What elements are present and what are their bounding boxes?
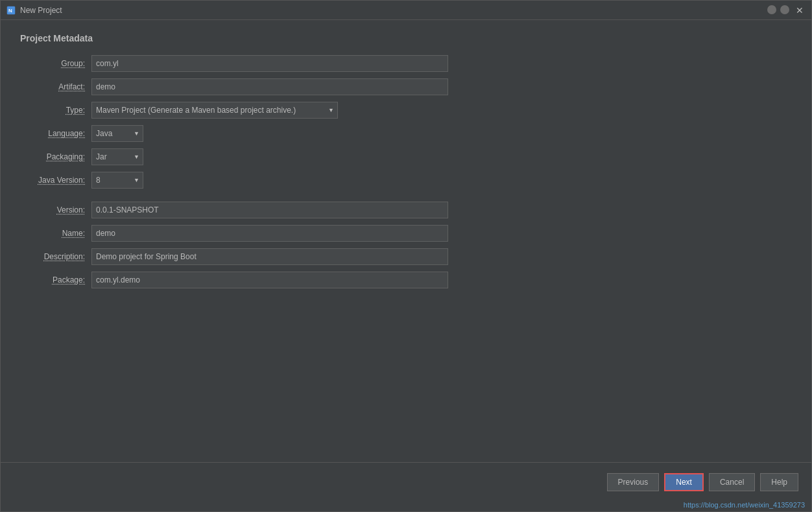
java-version-row: Java Version: 8 11 17 xyxy=(20,172,792,189)
packaging-row: Packaging: Jar War xyxy=(20,148,792,165)
group-label: Group: xyxy=(20,59,91,68)
svg-text:N: N xyxy=(8,8,12,14)
previous-button[interactable]: Previous xyxy=(607,473,660,491)
artifact-row: Artifact: xyxy=(20,78,792,95)
description-input[interactable] xyxy=(91,248,448,265)
version-label: Version: xyxy=(20,205,91,215)
package-row: Package: xyxy=(20,272,792,288)
watermark-text: https://blog.csdn.net/weixin_41359273 xyxy=(1,501,811,511)
language-select-wrapper: Java Kotlin Groovy xyxy=(91,125,143,142)
type-select[interactable]: Maven Project (Generate a Maven based pr… xyxy=(91,102,338,119)
help-button[interactable]: Help xyxy=(760,473,798,491)
title-bar: N New Project ✕ xyxy=(1,1,811,20)
package-input[interactable] xyxy=(91,272,448,288)
name-label: Name: xyxy=(20,229,91,238)
description-row: Description: xyxy=(20,248,792,265)
java-version-label: Java Version: xyxy=(20,176,91,185)
dialog-title: New Project xyxy=(20,6,767,15)
dialog-content: Project Metadata Group: Artifact: Type: … xyxy=(1,20,811,462)
window-icon: N xyxy=(6,5,16,16)
version-row: Version: xyxy=(20,202,792,218)
packaging-label: Packaging: xyxy=(20,152,91,161)
packaging-select-wrapper: Jar War xyxy=(91,148,143,165)
group-input[interactable] xyxy=(91,55,448,72)
type-select-wrapper: Maven Project (Generate a Maven based pr… xyxy=(91,102,338,119)
java-version-select[interactable]: 8 11 17 xyxy=(91,172,143,189)
packaging-select[interactable]: Jar War xyxy=(91,148,143,165)
group-row: Group: xyxy=(20,55,792,72)
name-row: Name: xyxy=(20,225,792,242)
next-button[interactable]: Next xyxy=(664,473,704,491)
java-version-select-wrapper: 8 11 17 xyxy=(91,172,143,189)
name-input[interactable] xyxy=(91,225,448,242)
artifact-input[interactable] xyxy=(91,78,448,95)
dialog-footer: Previous Next Cancel Help xyxy=(1,462,811,501)
minimize-button[interactable] xyxy=(767,5,776,14)
language-select[interactable]: Java Kotlin Groovy xyxy=(91,125,143,142)
description-label: Description: xyxy=(20,252,91,261)
package-label: Package: xyxy=(20,275,91,285)
maximize-button[interactable] xyxy=(780,5,789,14)
language-row: Language: Java Kotlin Groovy xyxy=(20,125,792,142)
section-title: Project Metadata xyxy=(20,33,792,43)
dialog-window: N New Project ✕ Project Metadata Group: … xyxy=(0,0,812,512)
artifact-label: Artifact: xyxy=(20,82,91,91)
close-button[interactable]: ✕ xyxy=(793,5,806,16)
version-input[interactable] xyxy=(91,202,448,218)
type-label: Type: xyxy=(20,106,91,115)
window-controls: ✕ xyxy=(767,5,806,16)
language-label: Language: xyxy=(20,129,91,138)
type-row: Type: Maven Project (Generate a Maven ba… xyxy=(20,102,792,119)
cancel-button[interactable]: Cancel xyxy=(709,473,755,491)
